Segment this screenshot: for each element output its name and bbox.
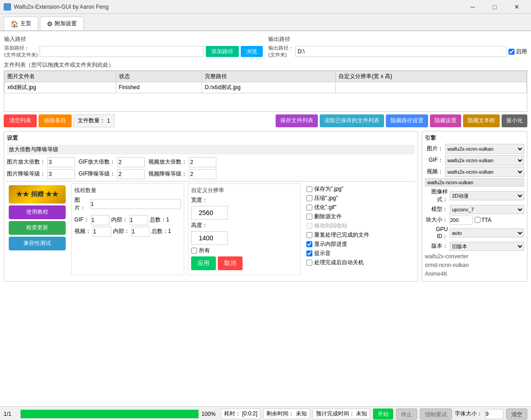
save-list-button[interactable]: 保存文件列表 bbox=[276, 114, 318, 127]
apply-button[interactable]: 应用 bbox=[191, 256, 216, 270]
thread-video-input[interactable] bbox=[93, 227, 111, 237]
sound-checkbox[interactable] bbox=[306, 250, 312, 256]
tab-settings[interactable]: ⚙ 附加设置 bbox=[40, 17, 84, 30]
engine-style-row: 图像样式： 2D动漫 bbox=[425, 188, 524, 204]
img-noise-label: 图片降噪等级： bbox=[7, 170, 45, 178]
video-noise-input[interactable] bbox=[189, 169, 216, 179]
font-size-input[interactable] bbox=[485, 409, 503, 419]
thread-gif-label: GIF： bbox=[74, 216, 89, 224]
opt-delete-source: 删除源文件 bbox=[306, 213, 413, 221]
settings-left: 设置 放大倍数与降噪等级 图片放大倍数： GIF放大倍数： 视频放大倍数： bbox=[4, 131, 418, 282]
elapsed-value: [0:0:2] bbox=[242, 410, 257, 417]
img-noise-input[interactable] bbox=[47, 169, 75, 179]
close-button[interactable]: ✕ bbox=[506, 0, 527, 14]
minimize-app-button[interactable]: 最小化 bbox=[502, 114, 527, 127]
file-count-display: 文件数量： 1 bbox=[73, 114, 114, 127]
optimize-gif-label: 优化".gif" bbox=[314, 204, 337, 211]
all-checkbox[interactable] bbox=[191, 248, 197, 254]
engine-list-item-2: srmd-ncnn-vulkan bbox=[425, 261, 524, 270]
cell-path: D:/x6d测试.jpg bbox=[202, 82, 336, 93]
auto-shutdown-label: 处理完成后自动关机 bbox=[314, 259, 364, 267]
progress-bar-outer bbox=[20, 409, 199, 419]
clear-log-button[interactable]: 清空 bbox=[506, 409, 527, 420]
video-scale-input[interactable] bbox=[189, 157, 216, 167]
engine-gpu-select[interactable]: auto bbox=[450, 228, 524, 238]
engine-gif-select[interactable]: waifu2x-ncnn-vulkan bbox=[445, 155, 524, 165]
reprocess-checkbox[interactable] bbox=[306, 232, 312, 238]
file-list-header: 文件列表（您可以拖拽文件或文件夹到此处） bbox=[4, 61, 527, 69]
check-update-button[interactable]: 检查更新 bbox=[9, 221, 66, 235]
engine-block-label: 块大小： bbox=[425, 216, 448, 224]
img-scale-input[interactable] bbox=[47, 157, 75, 167]
thread-img-input[interactable] bbox=[90, 199, 181, 209]
apply-cancel-row: 应用 取消 bbox=[191, 256, 298, 270]
engine-list-item-1: waifu2x-converter bbox=[425, 252, 524, 261]
engine-video-select[interactable]: waifu2x-ncnn-vulkan bbox=[445, 167, 524, 177]
engine-version-row: 版本： 旧版本 bbox=[425, 242, 524, 251]
window-controls: ─ □ ✕ bbox=[462, 0, 527, 14]
stop-button[interactable]: 停止 bbox=[396, 409, 417, 420]
cancel-button[interactable]: 取消 bbox=[218, 256, 243, 270]
engine-style-select[interactable]: 2D动漫 bbox=[450, 191, 524, 200]
delete-source-checkbox[interactable] bbox=[306, 214, 312, 220]
engine-gif-row: GIF： waifu2x-ncnn-vulkan bbox=[425, 155, 524, 165]
enable-checkbox[interactable] bbox=[508, 49, 514, 55]
tab-home-label: 主页 bbox=[20, 20, 31, 28]
reprocess-label: 重复处理已完成的文件 bbox=[314, 231, 369, 239]
cell-res bbox=[336, 82, 527, 93]
engine-img-row: 图片： waifu2x-ncnn-vulkan bbox=[425, 144, 524, 154]
hide-textbox-button[interactable]: 隐藏文本框 bbox=[463, 114, 500, 127]
move-recycle-checkbox[interactable] bbox=[306, 223, 312, 229]
img-scale-item: 图片放大倍数： bbox=[7, 157, 75, 167]
auto-shutdown-checkbox[interactable] bbox=[306, 260, 312, 266]
save-jpg-label: 保存为".jpg" bbox=[314, 185, 344, 193]
input-path-input[interactable] bbox=[40, 46, 204, 57]
add-path-button[interactable]: 添加路径 bbox=[206, 46, 239, 57]
remaining-display: 剩余时间： 未知 bbox=[263, 409, 310, 419]
minimize-button[interactable]: ─ bbox=[462, 0, 483, 14]
font-size-label: 字体大小： bbox=[455, 410, 482, 418]
thread-video-inner-input[interactable] bbox=[131, 227, 150, 237]
compress-jpg-checkbox[interactable] bbox=[306, 195, 312, 201]
compat-button[interactable]: 兼容性测试 bbox=[9, 237, 66, 250]
gif-scale-input[interactable] bbox=[117, 157, 145, 167]
tab-settings-label: 附加设置 bbox=[55, 20, 77, 28]
load-list-button[interactable]: 读取已保存的文件列表 bbox=[320, 114, 384, 127]
maximize-button[interactable]: □ bbox=[484, 0, 505, 14]
gif-noise-input[interactable] bbox=[117, 169, 145, 179]
force-retry-button[interactable]: 强制重试 bbox=[420, 409, 452, 420]
show-progress-checkbox[interactable] bbox=[306, 241, 312, 247]
sound-label: 提示音 bbox=[314, 250, 331, 257]
clear-list-button[interactable]: 清空列表 bbox=[4, 114, 37, 127]
all-row: 所有 bbox=[191, 247, 298, 255]
engine-model-select[interactable]: upconv_7 bbox=[450, 205, 524, 214]
file-table-container[interactable]: 图片文件名 状态 完整路径 自定义分辨率(宽 x 高) x6d测试.jpg Fi… bbox=[4, 70, 527, 112]
thread-gif-inner-input[interactable] bbox=[130, 215, 148, 225]
tab-home[interactable]: 🏠 主页 bbox=[4, 17, 38, 30]
engine-img-select[interactable]: waifu2x-ncnn-vulkan bbox=[445, 144, 524, 154]
input-path-label: 添加路径：(文件或文件夹) bbox=[4, 45, 38, 59]
width-input[interactable] bbox=[191, 206, 228, 220]
thread-section: 线程数量 图片： GIF： 内部： 总数：1 视频： bbox=[71, 183, 184, 275]
hide-settings-button[interactable]: 隐藏设置 bbox=[430, 114, 461, 127]
browse-button[interactable]: 浏览 bbox=[241, 46, 263, 57]
start-button[interactable]: 开始 bbox=[373, 409, 393, 420]
tutorial-button[interactable]: 使用教程 bbox=[9, 205, 66, 219]
thread-gif-input[interactable] bbox=[91, 215, 109, 225]
engine-block-input[interactable] bbox=[450, 216, 473, 225]
enable-label: 启用 bbox=[508, 48, 527, 56]
output-path-input[interactable] bbox=[295, 46, 507, 57]
options-section: 保存为".jpg" 压缩".jpg" 优化".gif" 删除源文件 bbox=[305, 183, 415, 275]
optimize-gif-checkbox[interactable] bbox=[306, 204, 312, 210]
engine-version-select[interactable]: 旧版本 bbox=[450, 242, 524, 251]
height-input[interactable] bbox=[191, 231, 228, 245]
donate-button[interactable]: ★★ 捐赠 ★★ bbox=[9, 185, 66, 204]
custom-res-section: 自定义分辨率 宽度： 高度： 所有 bbox=[188, 183, 301, 275]
save-jpg-checkbox[interactable] bbox=[306, 186, 312, 192]
delete-source-label: 删除源文件 bbox=[314, 213, 342, 221]
remove-item-button[interactable]: 移除条目 bbox=[39, 114, 72, 127]
width-label: 宽度： bbox=[191, 196, 208, 204]
tta-checkbox[interactable] bbox=[475, 217, 480, 223]
hide-path-button[interactable]: 隐藏路径设置 bbox=[386, 114, 428, 127]
gif-scale-item: GIF放大倍数： bbox=[79, 157, 145, 167]
